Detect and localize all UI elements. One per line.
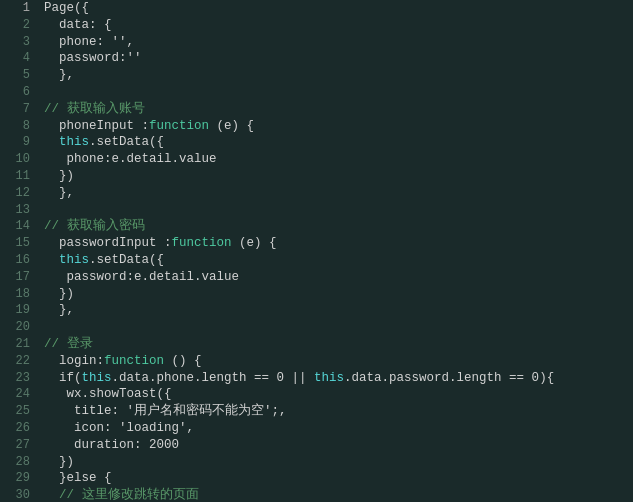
code-token: }) bbox=[44, 169, 74, 183]
line-number: 7 bbox=[0, 101, 36, 118]
code-token: Page({ bbox=[44, 1, 89, 15]
line-number: 18 bbox=[0, 286, 36, 303]
code-token: passwordInput : bbox=[44, 236, 172, 250]
code-line: passwordInput :function (e) { bbox=[44, 235, 633, 252]
code-token: // 获取输入密码 bbox=[44, 219, 145, 233]
code-line: phone:e.detail.value bbox=[44, 151, 633, 168]
code-line: data: { bbox=[44, 17, 633, 34]
code-token: // 这里修改跳转的页面 bbox=[44, 488, 199, 502]
code-token: }) bbox=[44, 455, 74, 469]
code-token: // 登录 bbox=[44, 337, 93, 351]
code-line: password:e.detail.value bbox=[44, 269, 633, 286]
line-number: 19 bbox=[0, 302, 36, 319]
code-token: function bbox=[149, 119, 209, 133]
code-line bbox=[44, 319, 633, 336]
code-line: }) bbox=[44, 168, 633, 185]
code-token: }, bbox=[44, 186, 74, 200]
code-token: }else { bbox=[44, 471, 112, 485]
code-content[interactable]: Page({ data: { phone: '', password:'' },… bbox=[36, 0, 633, 502]
code-token: data: { bbox=[44, 18, 112, 32]
line-number: 15 bbox=[0, 235, 36, 252]
line-number: 9 bbox=[0, 134, 36, 151]
line-number: 22 bbox=[0, 353, 36, 370]
line-number: 1 bbox=[0, 0, 36, 17]
line-number: 12 bbox=[0, 185, 36, 202]
code-token: }, bbox=[44, 303, 74, 317]
code-line: duration: 2000 bbox=[44, 437, 633, 454]
code-line: if(this.data.phone.length == 0 || this.d… bbox=[44, 370, 633, 387]
code-token: function bbox=[104, 354, 164, 368]
code-token: password:'' bbox=[44, 51, 142, 65]
code-token: .setData({ bbox=[89, 135, 164, 149]
code-token: phone: '', bbox=[44, 35, 134, 49]
code-token: if( bbox=[44, 371, 82, 385]
line-numbers: 1234567891011121314151617181920212223242… bbox=[0, 0, 36, 502]
code-token: wx.showToast({ bbox=[44, 387, 172, 401]
code-token: login: bbox=[44, 354, 104, 368]
code-token: this bbox=[314, 371, 344, 385]
code-line: Page({ bbox=[44, 0, 633, 17]
code-token: duration: 2000 bbox=[44, 438, 179, 452]
line-number: 29 bbox=[0, 470, 36, 487]
code-line: // 获取输入密码 bbox=[44, 218, 633, 235]
code-token: function bbox=[172, 236, 232, 250]
code-line: this.setData({ bbox=[44, 252, 633, 269]
code-token: (e) { bbox=[209, 119, 254, 133]
code-line: }, bbox=[44, 185, 633, 202]
line-number: 6 bbox=[0, 84, 36, 101]
code-line: this.setData({ bbox=[44, 134, 633, 151]
code-line: wx.showToast({ bbox=[44, 386, 633, 403]
line-number: 2 bbox=[0, 17, 36, 34]
line-number: 10 bbox=[0, 151, 36, 168]
code-token: .data.password.length == 0){ bbox=[344, 371, 554, 385]
code-token: icon: 'loading', bbox=[44, 421, 194, 435]
code-line: login:function () { bbox=[44, 353, 633, 370]
code-line: }, bbox=[44, 302, 633, 319]
code-line: }) bbox=[44, 286, 633, 303]
line-number: 25 bbox=[0, 403, 36, 420]
line-number: 17 bbox=[0, 269, 36, 286]
code-token: }) bbox=[44, 287, 74, 301]
line-number: 27 bbox=[0, 437, 36, 454]
code-token: this bbox=[82, 371, 112, 385]
code-line: phone: '', bbox=[44, 34, 633, 51]
code-editor: 1234567891011121314151617181920212223242… bbox=[0, 0, 633, 502]
code-line: title: '用户名和密码不能为空';, bbox=[44, 403, 633, 420]
code-line: icon: 'loading', bbox=[44, 420, 633, 437]
code-token: // 获取输入账号 bbox=[44, 102, 145, 116]
code-token: password:e.detail.value bbox=[44, 270, 239, 284]
code-token: () { bbox=[164, 354, 202, 368]
code-token: phoneInput : bbox=[44, 119, 149, 133]
code-line: // 这里修改跳转的页面 bbox=[44, 487, 633, 502]
line-number: 14 bbox=[0, 218, 36, 235]
code-line: phoneInput :function (e) { bbox=[44, 118, 633, 135]
code-line: // 登录 bbox=[44, 336, 633, 353]
line-number: 5 bbox=[0, 67, 36, 84]
line-number: 16 bbox=[0, 252, 36, 269]
code-token: phone:e.detail.value bbox=[44, 152, 217, 166]
code-line: }) bbox=[44, 454, 633, 471]
code-line: }, bbox=[44, 67, 633, 84]
line-number: 20 bbox=[0, 319, 36, 336]
code-line bbox=[44, 84, 633, 101]
code-line: }else { bbox=[44, 470, 633, 487]
code-token: this bbox=[59, 253, 89, 267]
code-line: // 获取输入账号 bbox=[44, 101, 633, 118]
code-token: }, bbox=[44, 68, 74, 82]
line-number: 26 bbox=[0, 420, 36, 437]
line-number: 8 bbox=[0, 118, 36, 135]
code-line bbox=[44, 202, 633, 219]
line-number: 13 bbox=[0, 202, 36, 219]
line-number: 3 bbox=[0, 34, 36, 51]
line-number: 11 bbox=[0, 168, 36, 185]
line-number: 30 bbox=[0, 487, 36, 502]
code-token: title: '用户名和密码不能为空';, bbox=[44, 404, 287, 418]
line-number: 23 bbox=[0, 370, 36, 387]
code-line: password:'' bbox=[44, 50, 633, 67]
code-token: .data.phone.length == 0 || bbox=[112, 371, 315, 385]
line-number: 28 bbox=[0, 454, 36, 471]
line-number: 21 bbox=[0, 336, 36, 353]
code-token: this bbox=[59, 135, 89, 149]
code-token bbox=[44, 135, 59, 149]
code-token: (e) { bbox=[232, 236, 277, 250]
